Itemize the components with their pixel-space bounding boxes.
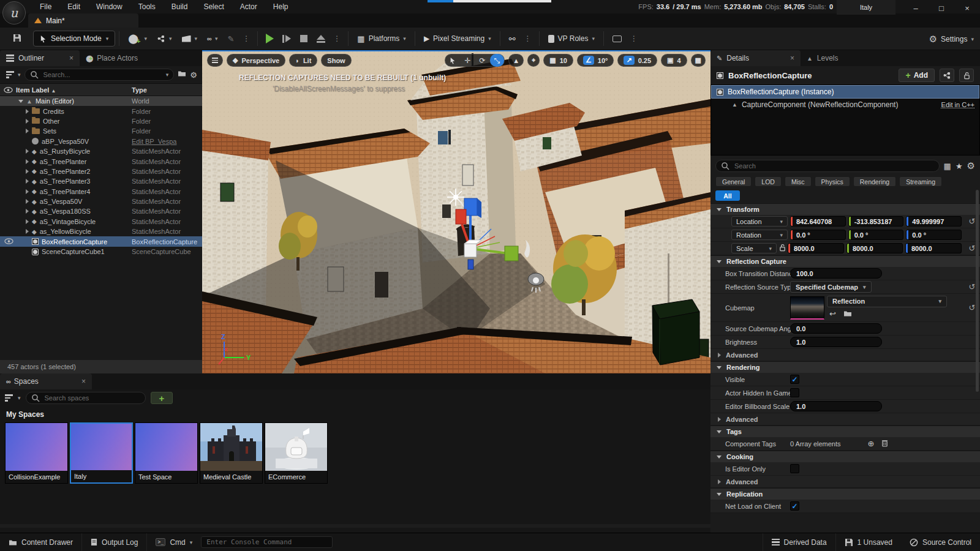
new-folder-button[interactable] bbox=[178, 69, 186, 80]
eye-column-icon[interactable] bbox=[0, 87, 16, 93]
menu-tools[interactable]: Tools bbox=[130, 0, 164, 13]
filter-streaming[interactable]: Streaming bbox=[899, 176, 942, 187]
actor-hidden-checkbox[interactable] bbox=[790, 388, 799, 397]
select-tool[interactable] bbox=[445, 54, 460, 67]
tab-main-level[interactable]: Main* bbox=[28, 13, 138, 28]
spaces-search-input[interactable] bbox=[43, 394, 140, 402]
favorites-star-icon[interactable]: ★ bbox=[956, 162, 963, 171]
lock-details-button[interactable] bbox=[959, 69, 974, 82]
advanced-expander[interactable]: Advanced bbox=[710, 413, 980, 425]
location-x-input[interactable]: 842.640708 bbox=[790, 216, 846, 227]
outliner-settings-gear-icon[interactable]: ⚙ bbox=[190, 70, 197, 80]
outliner-row-vespa-bp[interactable]: aBP_Vespa50V Edit BP_Vespa bbox=[0, 137, 202, 146]
rotation-z-input[interactable]: 0.0 ° bbox=[906, 230, 962, 240]
minimize-button[interactable]: – bbox=[903, 0, 929, 16]
filter-icon[interactable] bbox=[6, 71, 14, 78]
component-row-instance[interactable]: BoxReflectionCapture (Instance) bbox=[711, 85, 979, 99]
save-all-button[interactable] bbox=[9, 34, 26, 44]
outliner-row-sets[interactable]: Sets Folder bbox=[0, 126, 202, 136]
outliner-row-vespa180ss[interactable]: ◆aS_Vespa180SS StaticMeshActor bbox=[0, 206, 202, 216]
menu-select[interactable]: Select bbox=[195, 0, 232, 13]
cubemap-asset-dropdown[interactable]: Reflection▾ bbox=[827, 296, 947, 307]
visible-checkbox[interactable] bbox=[790, 375, 799, 384]
show-dropdown[interactable]: Show bbox=[321, 54, 351, 67]
perspective-dropdown[interactable]: ◆Perspective bbox=[227, 54, 285, 67]
world-local-toggle[interactable]: ▲ bbox=[508, 54, 524, 67]
outliner-row-vintagebicycle[interactable]: ◆aS_VintageBicycle StaticMeshActor bbox=[0, 217, 202, 227]
close-icon[interactable]: × bbox=[69, 54, 74, 62]
cubemap-angle-input[interactable]: 0.0 bbox=[790, 323, 882, 334]
viewport-layout-button[interactable]: ▦ bbox=[691, 54, 706, 67]
move-tool[interactable]: ✛ bbox=[460, 54, 475, 67]
scale-lock-icon[interactable] bbox=[779, 243, 786, 254]
cmd-dropdown[interactable]: >_ Cmd ▾ bbox=[147, 533, 201, 551]
blueprints-button[interactable]: ▾ bbox=[152, 34, 177, 43]
add-element-icon[interactable]: ⊕ bbox=[868, 439, 875, 448]
outliner-row-main[interactable]: ▲Main (Editor) World bbox=[0, 96, 202, 106]
filter-lod[interactable]: LOD bbox=[755, 176, 782, 187]
tab-outliner[interactable]: Outliner × bbox=[0, 50, 80, 66]
menu-help[interactable]: Help bbox=[265, 0, 296, 13]
menu-build[interactable]: Build bbox=[164, 0, 196, 13]
outliner-row-yellowbicycle[interactable]: ◆as_YellowBicycle StaticMeshActor bbox=[0, 227, 202, 236]
close-icon[interactable]: × bbox=[81, 377, 86, 386]
location-axis-dropdown[interactable]: Location▾ bbox=[731, 216, 788, 227]
lit-dropdown[interactable]: ◗Lit bbox=[289, 54, 317, 67]
media-options-dots[interactable]: ⋮ bbox=[627, 36, 641, 42]
edit-blueprint-link[interactable]: Edit BP_Vespa bbox=[132, 138, 176, 145]
scale-snap-control[interactable]: ↗0.25 bbox=[617, 54, 657, 67]
details-search-input[interactable] bbox=[733, 162, 934, 170]
outliner-row-treeplanter[interactable]: ◆aS_TreePlanter StaticMeshActor bbox=[0, 156, 202, 166]
outliner-row-treeplanter3[interactable]: ◆aS_TreePlanter3 StaticMeshActor bbox=[0, 176, 202, 186]
spaces-filter-icon[interactable] bbox=[5, 394, 13, 401]
location-z-input[interactable]: 49.999997 bbox=[906, 216, 962, 227]
platforms-dropdown[interactable]: ▦ Platforms▾ bbox=[352, 34, 411, 43]
outliner-row-boxreflectioncapture[interactable]: BoxReflectionCapture BoxReflectionCaptur… bbox=[0, 236, 202, 246]
cinematics-button[interactable]: ▾ bbox=[177, 36, 203, 42]
landscape-brush-icon[interactable]: ✎ bbox=[222, 34, 239, 43]
filter-rendering[interactable]: Rendering bbox=[853, 176, 896, 187]
rotation-snap-control[interactable]: ∠10° bbox=[577, 54, 614, 67]
outliner-row-treeplanter4[interactable]: ◆aS_TreePlanter4 StaticMeshActor bbox=[0, 187, 202, 197]
section-cooking[interactable]: Cooking bbox=[710, 451, 980, 462]
viewport[interactable]: Y Z X ◆Perspective ◗Lit Show ✛ ⟳ ⤡ ▲ ⌖ ▦… bbox=[202, 50, 710, 373]
pixel-streaming-dropdown[interactable]: ▶ Pixel Streaming▾ bbox=[419, 34, 496, 43]
scale-axis-dropdown[interactable]: Scale▾ bbox=[731, 243, 777, 253]
filter-all[interactable]: All bbox=[715, 190, 740, 201]
component-row-capturecomponent[interactable]: ▲ CaptureComponent (NewReflectionCompone… bbox=[711, 99, 979, 111]
scale-z-input[interactable]: 8000.0 bbox=[905, 243, 962, 253]
section-replication[interactable]: Replication bbox=[710, 488, 980, 500]
outliner-row-scenecapturecube[interactable]: SceneCaptureCube1 SceneCaptureCube bbox=[0, 247, 202, 257]
space-card-testspace[interactable]: Test Space bbox=[135, 422, 198, 484]
outliner-row-rustybicycle[interactable]: ◆aS_RustyBicycle StaticMeshActor bbox=[0, 146, 202, 156]
use-selected-asset-icon[interactable]: ↩ bbox=[829, 309, 836, 320]
blueprint-convert-button[interactable] bbox=[940, 69, 954, 82]
section-reflection-capture[interactable]: Reflection Capture bbox=[710, 255, 980, 267]
advanced-expander[interactable]: Advanced bbox=[710, 476, 980, 488]
rotate-tool[interactable]: ⟳ bbox=[475, 54, 489, 67]
spaces-filter-chevron[interactable]: ▾ bbox=[18, 395, 21, 401]
selection-mode-dropdown[interactable]: Selection Mode ▾ bbox=[33, 31, 115, 47]
column-type[interactable]: Type bbox=[132, 86, 147, 94]
content-drawer-button[interactable]: Content Drawer bbox=[0, 533, 82, 551]
outliner-row-other[interactable]: Other Folder bbox=[0, 116, 202, 126]
camera-speed-control[interactable]: ▣4 bbox=[661, 54, 687, 67]
rotation-y-input[interactable]: 0.0 ° bbox=[848, 230, 904, 240]
eject-button[interactable] bbox=[317, 35, 325, 43]
add-space-button[interactable]: + bbox=[151, 392, 173, 404]
menu-edit[interactable]: Edit bbox=[59, 0, 88, 13]
rotation-x-input[interactable]: 0.0 ° bbox=[790, 230, 846, 240]
add-component-button[interactable]: +Add bbox=[899, 69, 935, 82]
surface-snap-toggle[interactable]: ⌖ bbox=[527, 54, 540, 67]
advanced-expander[interactable]: Advanced bbox=[710, 349, 980, 361]
filter-chevron-icon[interactable]: ▾ bbox=[18, 72, 21, 78]
space-card-italy[interactable]: Italy bbox=[70, 422, 133, 484]
console-command-input[interactable] bbox=[201, 536, 333, 548]
tab-details[interactable]: ✎ Details × bbox=[710, 50, 801, 66]
frame-skip-button[interactable] bbox=[282, 35, 291, 43]
trash-icon[interactable] bbox=[881, 438, 888, 449]
space-card-ecommerce[interactable]: ECommerce bbox=[265, 422, 328, 484]
spaces-scrollbar[interactable] bbox=[0, 524, 710, 528]
toolbar-overflow-dots[interactable]: ⋮ bbox=[239, 36, 254, 42]
menu-actor[interactable]: Actor bbox=[232, 0, 265, 13]
